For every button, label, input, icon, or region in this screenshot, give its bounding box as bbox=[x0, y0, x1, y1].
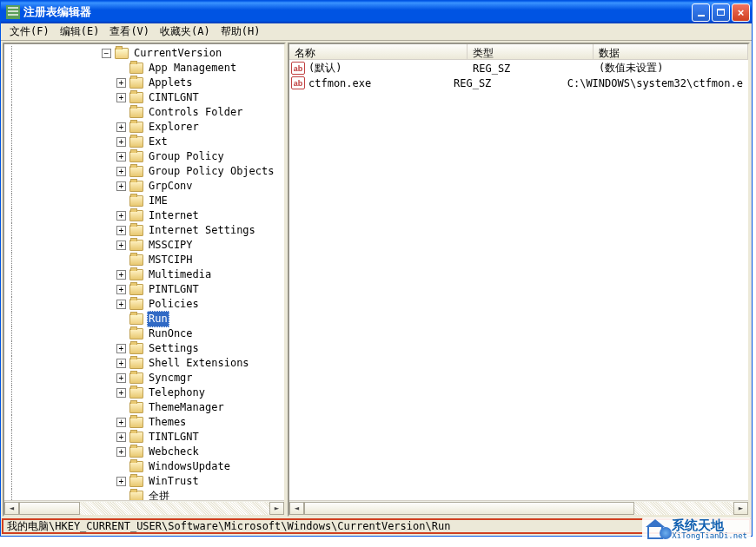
folder-icon bbox=[129, 491, 143, 500]
expand-icon[interactable]: + bbox=[116, 418, 126, 427]
close-button[interactable]: × bbox=[732, 3, 750, 22]
expand-icon[interactable]: + bbox=[116, 373, 126, 383]
tree-label: WinTrust bbox=[147, 474, 201, 489]
folder-icon bbox=[129, 136, 143, 148]
value-name: ctfmon.exe bbox=[308, 77, 371, 89]
tree-node-root[interactable]: − CurrentVersion bbox=[4, 46, 284, 61]
menu-view[interactable]: 查看(V) bbox=[104, 23, 155, 41]
tree-node[interactable]: +Settings bbox=[4, 341, 284, 356]
tree-node[interactable]: +Policies bbox=[4, 297, 284, 312]
app-icon bbox=[6, 5, 20, 19]
tree-node[interactable]: +WinTrust bbox=[4, 474, 284, 489]
value-type: REG_SZ bbox=[448, 77, 562, 89]
tree-label: TINTLGNT bbox=[147, 430, 201, 445]
statusbar: 我的电脑\HKEY_CURRENT_USER\Software\Microsof… bbox=[3, 518, 750, 534]
tree-node[interactable]: WindowsUpdate bbox=[4, 459, 284, 474]
folder-icon bbox=[129, 387, 143, 399]
expand-icon[interactable]: + bbox=[116, 211, 126, 221]
tree-node[interactable]: +Telephony bbox=[4, 386, 284, 400]
maximize-button[interactable] bbox=[712, 3, 730, 22]
tree-node[interactable]: +CINTLGNT bbox=[4, 90, 284, 105]
tree-node[interactable]: +Multimedia bbox=[4, 267, 284, 282]
tree-label: MSTCIPH bbox=[147, 253, 195, 267]
tree-pane[interactable]: − CurrentVersion App Management+Applets+… bbox=[3, 43, 286, 517]
tree-node[interactable]: ThemeManager bbox=[4, 400, 284, 415]
registry-editor-window: 注册表编辑器 × 文件(F) 编辑(E) 查看(V) 收藏夹(A) 帮助(H) … bbox=[0, 0, 753, 537]
tree-node[interactable]: +Group Policy Objects bbox=[4, 164, 284, 179]
scroll-track[interactable] bbox=[304, 502, 733, 515]
expand-icon[interactable]: + bbox=[116, 270, 126, 280]
expand-icon[interactable]: + bbox=[116, 285, 126, 294]
tree-label: CINTLGNT bbox=[147, 90, 201, 105]
folder-icon bbox=[129, 284, 143, 295]
menu-edit[interactable]: 编辑(E) bbox=[55, 23, 105, 41]
tree-label: PINTLGNT bbox=[147, 282, 201, 297]
expand-icon[interactable]: + bbox=[116, 241, 126, 250]
column-data[interactable]: 数据 bbox=[594, 44, 748, 59]
scroll-thumb[interactable] bbox=[304, 502, 634, 515]
expand-icon[interactable]: + bbox=[116, 300, 126, 309]
menu-favorites[interactable]: 收藏夹(A) bbox=[155, 23, 216, 41]
expand-icon[interactable]: + bbox=[116, 447, 126, 457]
column-type[interactable]: 类型 bbox=[468, 44, 594, 59]
scroll-right-button[interactable]: ► bbox=[269, 502, 284, 515]
tree-node[interactable]: +Internet Settings bbox=[4, 223, 284, 238]
tree-node[interactable]: +Group Policy bbox=[4, 149, 284, 164]
menu-help[interactable]: 帮助(H) bbox=[216, 23, 266, 41]
tree-node[interactable]: +Shell Extensions bbox=[4, 356, 284, 371]
list-hscrollbar[interactable]: ◄ ► bbox=[289, 500, 748, 515]
scroll-left-button[interactable]: ◄ bbox=[4, 502, 19, 515]
tree-node[interactable]: +PINTLGNT bbox=[4, 282, 284, 297]
tree-node[interactable]: Run bbox=[4, 312, 284, 326]
scroll-thumb[interactable] bbox=[19, 502, 80, 515]
menu-file[interactable]: 文件(F) bbox=[4, 23, 55, 41]
tree-node[interactable]: +TINTLGNT bbox=[4, 430, 284, 445]
tree-node[interactable]: App Management bbox=[4, 61, 284, 76]
tree-node[interactable]: Controls Folder bbox=[4, 105, 284, 120]
list-header: 名称 类型 数据 bbox=[289, 44, 748, 60]
titlebar[interactable]: 注册表编辑器 × bbox=[1, 1, 752, 23]
tree-node[interactable]: RunOnce bbox=[4, 326, 284, 341]
column-name[interactable]: 名称 bbox=[289, 44, 468, 59]
tree-node[interactable]: +GrpConv bbox=[4, 179, 284, 194]
tree-node[interactable]: +Webcheck bbox=[4, 445, 284, 459]
tree-node[interactable]: +Themes bbox=[4, 415, 284, 430]
tree-node[interactable]: +Explorer bbox=[4, 120, 284, 135]
tree-node[interactable]: IME bbox=[4, 194, 284, 208]
folder-icon bbox=[129, 151, 143, 162]
list-row[interactable]: ab(默认)REG_SZ(数值未设置) bbox=[289, 61, 748, 76]
expand-icon[interactable]: + bbox=[116, 152, 126, 161]
tree-node[interactable]: MSTCIPH bbox=[4, 253, 284, 267]
registry-tree[interactable]: − CurrentVersion App Management+Applets+… bbox=[4, 44, 284, 500]
collapse-icon[interactable]: − bbox=[102, 49, 111, 58]
tree-node[interactable]: +Applets bbox=[4, 76, 284, 90]
tree-node[interactable]: +Ext bbox=[4, 135, 284, 149]
expand-icon[interactable]: + bbox=[116, 432, 126, 442]
scroll-right-button[interactable]: ► bbox=[733, 502, 748, 515]
expand-icon[interactable]: + bbox=[116, 226, 126, 235]
scroll-left-button[interactable]: ◄ bbox=[289, 502, 304, 515]
list-row[interactable]: abctfmon.exeREG_SZC:\WINDOWS\system32\ct… bbox=[289, 76, 748, 90]
values-pane[interactable]: 名称 类型 数据 ab(默认)REG_SZ(数值未设置)abctfmon.exe… bbox=[288, 43, 750, 517]
expand-icon[interactable]: + bbox=[116, 78, 126, 88]
expand-icon[interactable]: + bbox=[116, 477, 126, 486]
expand-icon[interactable]: + bbox=[116, 344, 126, 353]
tree-node[interactable]: +Internet bbox=[4, 208, 284, 223]
expand-icon[interactable]: + bbox=[116, 122, 126, 132]
expand-icon[interactable]: + bbox=[116, 93, 126, 102]
status-path: 我的电脑\HKEY_CURRENT_USER\Software\Microsof… bbox=[3, 519, 750, 533]
tree-label: Internet bbox=[147, 208, 201, 223]
tree-node[interactable]: +Syncmgr bbox=[4, 371, 284, 386]
tree-node[interactable]: 全拼 bbox=[4, 489, 284, 500]
scroll-track[interactable] bbox=[19, 502, 269, 515]
folder-icon bbox=[129, 225, 143, 236]
expand-icon[interactable]: + bbox=[116, 137, 126, 147]
expand-icon[interactable]: + bbox=[116, 181, 126, 191]
expand-icon[interactable]: + bbox=[116, 359, 126, 368]
list-body[interactable]: ab(默认)REG_SZ(数值未设置)abctfmon.exeREG_SZC:\… bbox=[289, 60, 748, 500]
tree-node[interactable]: +MSSCIPY bbox=[4, 238, 284, 253]
tree-hscrollbar[interactable]: ◄ ► bbox=[4, 500, 284, 515]
minimize-button[interactable] bbox=[692, 3, 710, 22]
expand-icon[interactable]: + bbox=[116, 388, 126, 398]
expand-icon[interactable]: + bbox=[116, 167, 126, 176]
